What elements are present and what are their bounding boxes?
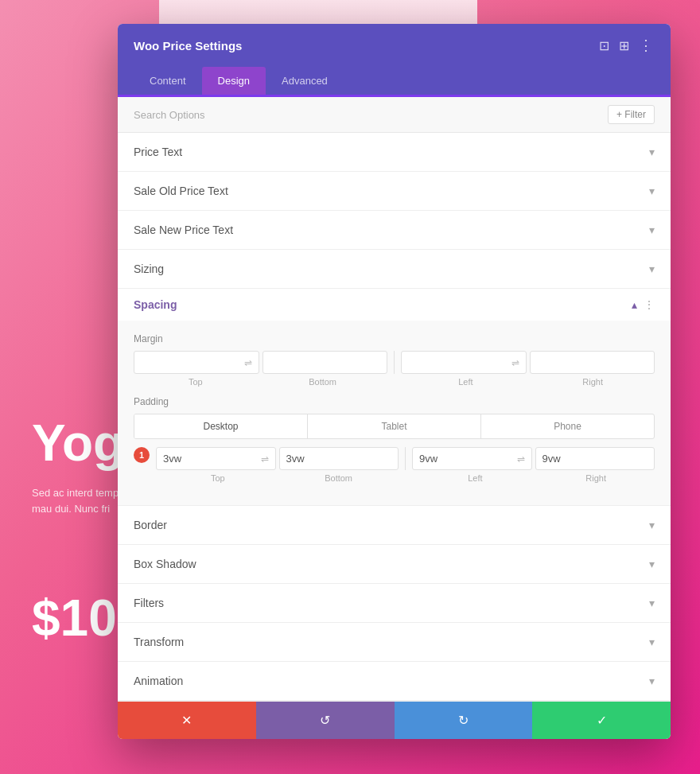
modal-footer: ✕ ↺ ↻ ✓: [118, 701, 671, 739]
modal-title: Woo Price Settings: [134, 39, 242, 53]
section-filters: Filters ▾: [118, 584, 671, 623]
padding-top-input-pair: ⇌: [156, 447, 276, 470]
margin-left-label: Left: [404, 377, 528, 387]
section-filters-title: Filters: [134, 597, 164, 609]
margin-top-label: Top: [134, 377, 258, 387]
section-box-shadow-title: Box Shadow: [134, 558, 196, 570]
device-tab-phone[interactable]: Phone: [481, 414, 654, 438]
margin-left-input-pair: ⇌: [401, 351, 527, 374]
tab-design[interactable]: Design: [202, 67, 266, 95]
chevron-up-icon[interactable]: ▴: [632, 298, 637, 311]
input-divider-padding: [405, 447, 406, 470]
margin-left-right-labels: Left Right: [404, 377, 655, 387]
device-tab-tablet[interactable]: Tablet: [308, 414, 481, 438]
margin-right-label: Right: [531, 377, 655, 387]
section-sale-old-price: Sale Old Price Text ▾: [118, 172, 671, 211]
chevron-down-icon: ▾: [649, 146, 655, 158]
save-button[interactable]: ✓: [532, 702, 671, 739]
padding-group: Padding Desktop Tablet Phone 1 ⇌: [134, 396, 655, 483]
link-icon-padding-left[interactable]: ⇌: [261, 453, 269, 465]
link-icon-margin-right[interactable]: ⇌: [511, 357, 519, 368]
margin-right-input[interactable]: [537, 356, 648, 368]
margin-label: Margin: [134, 333, 655, 344]
chevron-down-icon-5: ▾: [649, 519, 655, 531]
filter-button[interactable]: + Filter: [608, 105, 655, 124]
section-border-header[interactable]: Border ▾: [118, 506, 671, 544]
modal-tabs: Content Design Advanced: [118, 67, 671, 97]
margin-top-input-pair: ⇌: [134, 351, 259, 374]
chevron-down-icon-4: ▾: [649, 263, 655, 275]
section-sale-new-price-header[interactable]: Sale New Price Text ▾: [118, 211, 671, 249]
fullscreen-icon[interactable]: ⊡: [599, 38, 609, 53]
link-icon-padding-right[interactable]: ⇌: [517, 453, 525, 465]
padding-badge: 1: [134, 447, 150, 463]
section-sale-old-price-title: Sale Old Price Text: [134, 185, 228, 197]
margin-bottom-input[interactable]: [270, 356, 381, 368]
padding-bottom-input-pair: [279, 447, 399, 470]
input-divider: [394, 351, 395, 374]
padding-top-label: Top: [159, 473, 277, 483]
padding-left-input-pair: ⇌: [412, 447, 532, 470]
section-transform-header[interactable]: Transform ▾: [118, 623, 671, 661]
tab-advanced[interactable]: Advanced: [266, 67, 344, 95]
section-animation-header[interactable]: Animation ▾: [118, 662, 671, 700]
section-sale-old-price-header[interactable]: Sale Old Price Text ▾: [118, 172, 671, 210]
padding-left-right-labels: Left Right: [417, 473, 655, 483]
section-filters-header[interactable]: Filters ▾: [118, 584, 671, 622]
link-icon-margin-left[interactable]: ⇌: [244, 357, 252, 368]
columns-icon[interactable]: ⊞: [619, 38, 629, 53]
padding-label: Padding: [134, 396, 655, 407]
section-price-text: Price Text ▾: [118, 133, 671, 172]
more-options-icon[interactable]: ⋮: [639, 37, 655, 54]
padding-top-bottom-labels: Top Bottom: [159, 473, 398, 483]
section-sizing: Sizing ▾: [118, 250, 671, 289]
chevron-down-icon-3: ▾: [649, 224, 655, 236]
undo-button[interactable]: ↺: [256, 702, 395, 739]
redo-button[interactable]: ↻: [395, 702, 533, 739]
margin-top-bottom-labels: Top Bottom: [134, 377, 385, 387]
section-sizing-title: Sizing: [134, 263, 164, 275]
padding-input-row: 1 ⇌ ⇌: [134, 447, 655, 470]
more-options-spacing-icon[interactable]: ⋮: [644, 298, 655, 311]
section-animation: Animation ▾: [118, 662, 671, 701]
device-tabs: Desktop Tablet Phone: [134, 414, 655, 439]
section-spacing: Spacing ▴ ⋮ Margin ⇌: [118, 289, 671, 506]
padding-right-input-pair: [535, 447, 655, 470]
margin-top-input[interactable]: [141, 356, 241, 368]
spacing-header: Spacing ▴ ⋮: [118, 289, 671, 321]
section-sizing-header[interactable]: Sizing ▾: [118, 250, 671, 288]
margin-group: Margin ⇌: [134, 333, 655, 387]
spacing-title: Spacing: [134, 298, 177, 311]
margin-labels-row: Top Bottom Left Right: [134, 377, 655, 387]
margin-bottom-input-pair: [262, 351, 388, 374]
padding-right-input[interactable]: [542, 453, 648, 465]
section-box-shadow: Box Shadow ▾: [118, 545, 671, 584]
chevron-down-icon-7: ▾: [649, 597, 655, 609]
modal-header: Woo Price Settings ⊡ ⊞ ⋮: [118, 24, 671, 67]
search-bar: Search Options + Filter: [118, 97, 671, 133]
margin-bottom-label: Bottom: [261, 377, 385, 387]
section-transform-title: Transform: [134, 636, 184, 648]
margin-left-input[interactable]: [408, 356, 508, 368]
section-transform: Transform ▾: [118, 623, 671, 662]
section-box-shadow-header[interactable]: Box Shadow ▾: [118, 545, 671, 583]
chevron-down-icon-6: ▾: [649, 558, 655, 570]
padding-top-input[interactable]: [163, 453, 258, 465]
spacing-content: Margin ⇌: [118, 321, 671, 505]
section-sale-new-price-title: Sale New Price Text: [134, 224, 233, 236]
padding-labels-row: Top Bottom Left Right: [134, 473, 655, 483]
section-price-text-header[interactable]: Price Text ▾: [118, 133, 671, 171]
section-price-text-title: Price Text: [134, 146, 182, 158]
padding-bottom-input[interactable]: [286, 453, 392, 465]
chevron-down-icon-2: ▾: [649, 185, 655, 197]
cancel-button[interactable]: ✕: [118, 702, 256, 739]
section-animation-title: Animation: [134, 675, 183, 687]
modal: Woo Price Settings ⊡ ⊞ ⋮ Content Design …: [118, 24, 671, 739]
padding-left-input[interactable]: [419, 453, 514, 465]
margin-input-row: ⇌ ⇌: [134, 351, 655, 374]
modal-header-actions: ⊡ ⊞ ⋮: [599, 37, 655, 54]
device-tab-desktop[interactable]: Desktop: [134, 414, 308, 438]
search-options-label: Search Options: [134, 109, 205, 121]
section-border: Border ▾: [118, 506, 671, 545]
tab-content[interactable]: Content: [134, 67, 202, 95]
